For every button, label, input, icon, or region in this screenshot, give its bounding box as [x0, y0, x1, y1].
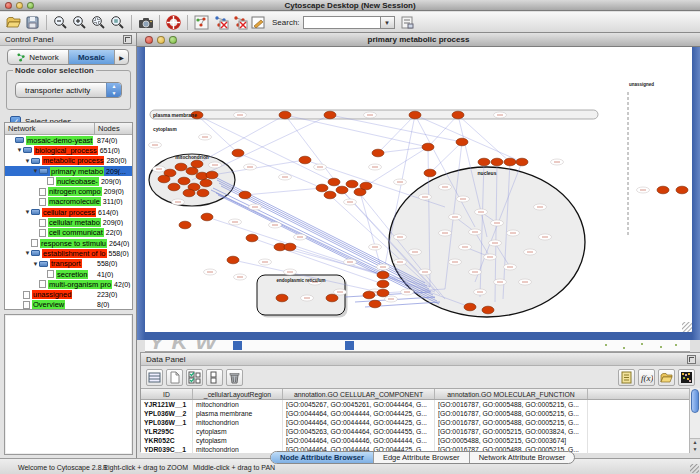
graph-node[interactable]	[168, 183, 180, 191]
tree-col-network[interactable]: Network	[5, 123, 94, 134]
tree-row[interactable]: ▼cellular process614(0)	[5, 207, 132, 217]
tab-network-attribute-browser[interactable]: Network Attribute Browser	[469, 452, 575, 463]
table-row[interactable]: YLR295Ccytoplasm[GO:0045263, GO:0044464,…	[141, 427, 690, 436]
graph-node[interactable]	[179, 221, 191, 229]
table-row[interactable]: YJR121W__1mitochondrion[GO:0045267, GO:0…	[141, 400, 690, 409]
graph-node[interactable]	[516, 158, 528, 166]
graph-node[interactable]	[158, 175, 170, 183]
tab-overflow-arrow[interactable]: ▶	[114, 50, 128, 64]
graph-node[interactable]	[372, 149, 384, 157]
graph-node[interactable]	[326, 294, 338, 302]
birdseye-view-panel[interactable]	[4, 314, 133, 455]
create-attribute-icon[interactable]	[166, 369, 183, 386]
graph-node[interactable]	[657, 186, 669, 194]
snapshot-icon[interactable]	[136, 13, 155, 31]
search-dropdown-button[interactable]: ▼	[381, 16, 395, 29]
graph-node[interactable]	[200, 179, 212, 187]
column-header[interactable]: annotation.GO MOLECULAR_FUNCTION	[435, 389, 588, 399]
canvas-resize-grip[interactable]	[682, 322, 692, 332]
matrix-icon[interactable]	[678, 369, 695, 386]
tab-node-attribute-browser[interactable]: Node Attribute Browser	[271, 452, 373, 463]
close-view-button[interactable]	[145, 36, 153, 44]
graph-node[interactable]	[482, 306, 494, 314]
table-row[interactable]: YPL036W__1mitochondrion[GO:0044464, GO:0…	[141, 418, 690, 427]
graph-node[interactable]	[336, 186, 348, 194]
table-scrollbar[interactable]: ▲▼	[689, 388, 700, 453]
graph-node[interactable]	[478, 158, 490, 166]
graph-node[interactable]	[504, 158, 516, 166]
graph-node[interactable]	[377, 271, 389, 279]
zoom-out-icon[interactable]	[51, 13, 70, 31]
destroy-network-icon[interactable]	[230, 13, 249, 31]
graph-node[interactable]	[377, 280, 389, 288]
graph-node[interactable]	[246, 234, 258, 242]
tree-row[interactable]: ▼biological_process651(0)	[5, 145, 132, 155]
tab-mosaic[interactable]: Mosaic	[68, 50, 114, 64]
scrollbar-thumb[interactable]	[691, 389, 699, 413]
tree-row[interactable]: nucleobase-209(0)	[5, 176, 132, 186]
tree-row[interactable]: nitrogen compo209(0)	[5, 186, 132, 196]
network-view-titlebar[interactable]: primary metabolic process	[137, 33, 700, 47]
column-header[interactable]	[588, 389, 690, 399]
tree-row[interactable]: macromolecule311(0)	[5, 197, 132, 207]
expand-arrow-icon[interactable]: ▼	[32, 168, 39, 174]
close-window-button[interactable]	[5, 2, 12, 9]
column-header[interactable]: ID	[141, 389, 193, 399]
background-window-strip[interactable]: YKW	[145, 340, 690, 352]
zoom-view-button[interactable]	[169, 36, 177, 44]
expand-arrow-icon[interactable]: ▼	[24, 250, 31, 256]
graph-node[interactable]	[183, 189, 195, 197]
tree-row[interactable]: Overview8(0)	[5, 300, 132, 310]
tab-network[interactable]: Network	[8, 50, 68, 64]
zoom-in-icon[interactable]	[70, 13, 89, 31]
graph-node[interactable]	[369, 300, 381, 308]
expand-arrow-icon[interactable]: ▼	[16, 147, 23, 153]
graph-node[interactable]	[424, 169, 436, 177]
graph-node[interactable]	[232, 149, 244, 157]
graph-node[interactable]	[178, 177, 190, 185]
expand-arrow-icon[interactable]: ▼	[32, 261, 39, 267]
graph-node[interactable]	[276, 294, 288, 302]
tab-edge-attribute-browser[interactable]: Edge Attribute Browser	[373, 452, 469, 463]
help-ring-icon[interactable]	[164, 13, 183, 31]
search-options-icon[interactable]	[398, 13, 417, 31]
graph-node[interactable]	[363, 291, 375, 299]
function-builder-icon[interactable]: f(x)	[638, 369, 655, 386]
tree-row[interactable]: ▼establishment of lo558(0)	[5, 248, 132, 258]
vizmapper-icon[interactable]	[249, 13, 268, 31]
tree-row[interactable]: response to stimulu264(0)	[5, 238, 132, 248]
graph-node[interactable]	[456, 138, 468, 146]
minimize-window-button[interactable]	[16, 2, 23, 9]
tree-row[interactable]: cell communicat22(0)	[5, 228, 132, 238]
network-graph[interactable]: plasma membranecytoplasmmitochondrionnuc…	[145, 47, 692, 332]
graph-node[interactable]	[175, 163, 187, 171]
tree-row[interactable]: multi-organism pro42(0)	[5, 279, 132, 289]
delete-attribute-icon[interactable]	[226, 369, 243, 386]
tree-row[interactable]: secretion41(0)	[5, 269, 132, 279]
search-input[interactable]	[303, 16, 381, 29]
expand-arrow-icon[interactable]: ▼	[24, 209, 31, 215]
graph-node[interactable]	[239, 191, 251, 199]
table-row[interactable]: YPL036W__2plasma membrane[GO:0044464, GO…	[141, 409, 690, 418]
open-icon[interactable]	[4, 13, 23, 31]
tree-row[interactable]: mosaic-demo-yeast874(0)	[5, 135, 132, 145]
nucleus-region[interactable]	[389, 167, 585, 317]
select-attributes-icon[interactable]	[146, 369, 163, 386]
graph-node[interactable]	[284, 243, 296, 251]
tree-row[interactable]: unassigned223(0)	[5, 289, 132, 299]
graph-node[interactable]	[328, 178, 340, 186]
zoom-fit-icon[interactable]	[108, 13, 127, 31]
unselect-all-attributes-icon[interactable]	[206, 369, 223, 386]
zoom-selected-icon[interactable]	[89, 13, 108, 31]
float-panel-icon[interactable]	[687, 355, 696, 364]
graph-node[interactable]	[676, 186, 688, 194]
tree-row[interactable]: ▼primary metabo209(...	[5, 166, 132, 176]
float-panel-icon[interactable]	[123, 35, 132, 44]
graph-node[interactable]	[316, 184, 328, 192]
tree-col-nodes[interactable]: Nodes	[94, 123, 132, 134]
scrollbar-arrows[interactable]: ▲▼	[690, 438, 700, 453]
select-all-attributes-icon[interactable]	[186, 369, 203, 386]
graph-node[interactable]	[299, 156, 311, 164]
graph-node[interactable]	[377, 289, 389, 297]
graph-node[interactable]	[201, 213, 213, 221]
